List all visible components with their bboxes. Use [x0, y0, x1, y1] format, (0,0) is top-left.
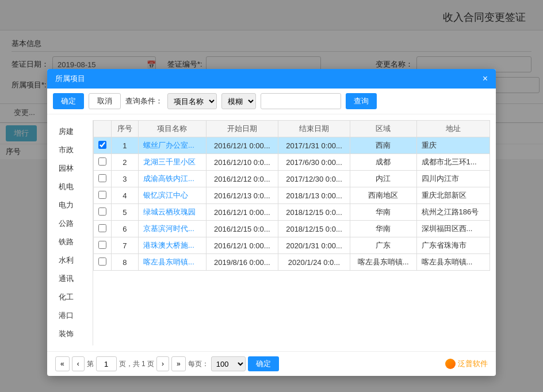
watermark-icon — [445, 359, 456, 369]
query-button[interactable]: 查询 — [346, 93, 377, 109]
row-name[interactable]: 港珠澳大桥施... — [138, 237, 206, 254]
modal-title: 所属项目 — [55, 74, 85, 84]
row-region: 内江 — [350, 171, 417, 187]
row-name[interactable]: 成渝高铁内江... — [138, 171, 206, 187]
toolbar-confirm-button[interactable]: 确定 — [53, 93, 84, 109]
category-item-zs[interactable]: 装饰 — [53, 325, 93, 343]
row-seq: 2 — [112, 154, 139, 171]
row-address: 喀左县东哨镇... — [416, 254, 490, 271]
th-start: 开始日期 — [206, 121, 278, 137]
modal-footer: « ‹ 第 页，共 1 页 › » 每页： 100 50 200 确定 — [47, 351, 496, 376]
category-item-sz[interactable]: 市政 — [53, 141, 93, 159]
category-item-gk[interactable]: 港口 — [53, 306, 93, 325]
category-item-gl[interactable]: 公路 — [53, 214, 93, 233]
row-checkbox-cell[interactable] — [94, 237, 112, 254]
category-item-tl[interactable]: 铁路 — [53, 233, 93, 251]
category-item-dl[interactable]: 电力 — [53, 196, 93, 214]
row-name[interactable]: 绿城云栖玫瑰园 — [138, 204, 206, 221]
row-address: 成都市北三环1... — [416, 154, 490, 171]
row-region: 喀左县东哨镇... — [350, 254, 417, 271]
category-sidebar: 房建 市政 园林 机电 电力 公路 铁路 水利 通讯 化工 港口 装饰 — [53, 120, 93, 345]
row-checkbox-cell[interactable] — [94, 221, 112, 237]
modal-overlay: 所属项目 × 确定 取消 查询条件： 项目名称 项目编号 区域 模糊 精确 查询 — [0, 0, 543, 392]
row-start: 2016/12/10 0:0... — [206, 154, 278, 171]
page-last-button[interactable]: » — [171, 356, 186, 371]
row-name[interactable]: 喀左县东哨镇... — [138, 254, 206, 271]
row-checkbox-cell[interactable] — [94, 204, 112, 221]
modal-toolbar: 确定 取消 查询条件： 项目名称 项目编号 区域 模糊 精确 查询 — [47, 89, 496, 114]
table-row[interactable]: 3 成渝高铁内江... 2016/12/12 0:0... 2017/12/30… — [94, 171, 490, 187]
row-region: 西南 — [350, 137, 417, 154]
row-seq: 4 — [112, 187, 139, 204]
row-checkbox[interactable] — [98, 207, 106, 216]
category-item-fj[interactable]: 房建 — [53, 122, 93, 141]
modal-close-button[interactable]: × — [483, 74, 488, 84]
table-row[interactable]: 1 螺丝厂办公室... 2016/12/1 0:00... 2017/1/31 … — [94, 137, 490, 154]
category-item-sl[interactable]: 水利 — [53, 251, 93, 270]
page-number-input[interactable] — [96, 356, 117, 371]
row-seq: 3 — [112, 171, 139, 187]
row-start: 2016/12/1 0:00... — [206, 204, 278, 221]
row-checkbox[interactable] — [98, 224, 106, 232]
row-name[interactable]: 龙湖三千里小区 — [138, 154, 206, 171]
row-region: 华南 — [350, 221, 417, 237]
row-address: 重庆 — [416, 137, 490, 154]
table-row[interactable]: 4 银忆滨江中心 2016/12/13 0:0... 2018/1/13 0:0… — [94, 187, 490, 204]
per-page-select[interactable]: 100 50 200 — [211, 356, 246, 371]
row-checkbox[interactable] — [98, 157, 106, 166]
row-checkbox-cell[interactable] — [94, 137, 112, 154]
row-start: 2019/8/16 0:00... — [206, 254, 278, 271]
row-checkbox-cell[interactable] — [94, 254, 112, 271]
query-condition-label: 查询条件： — [125, 96, 163, 106]
page-first-button[interactable]: « — [55, 356, 70, 371]
table-row[interactable]: 6 京基滨河时代... 2016/12/15 0:0... 2018/12/15… — [94, 221, 490, 237]
table-row[interactable]: 8 喀左县东哨镇... 2019/8/16 0:00... 2020/1/24 … — [94, 254, 490, 271]
row-seq: 5 — [112, 204, 139, 221]
query-input[interactable] — [261, 93, 341, 109]
page-prev-button[interactable]: ‹ — [72, 356, 85, 371]
row-checkbox[interactable] — [98, 174, 106, 182]
category-item-jd[interactable]: 机电 — [53, 178, 93, 196]
category-item-yl[interactable]: 园林 — [53, 159, 93, 178]
row-region: 西南地区 — [350, 187, 417, 204]
pagination-confirm-button[interactable]: 确定 — [248, 356, 279, 371]
row-address: 广东省珠海市 — [416, 237, 490, 254]
table-row[interactable]: 5 绿城云栖玫瑰园 2016/12/1 0:00... 2018/12/15 0… — [94, 204, 490, 221]
category-item-tx[interactable]: 通讯 — [53, 270, 93, 288]
page-suffix-label: 页，共 1 页 — [119, 359, 154, 369]
row-checkbox[interactable] — [98, 241, 106, 249]
row-end: 2017/12/30 0:0... — [278, 171, 350, 187]
category-item-hg[interactable]: 化工 — [53, 288, 93, 306]
row-region: 成都 — [350, 154, 417, 171]
row-seq: 6 — [112, 221, 139, 237]
row-checkbox-cell[interactable] — [94, 171, 112, 187]
row-name[interactable]: 京基滨河时代... — [138, 221, 206, 237]
table-row[interactable]: 7 港珠澳大桥施... 2016/12/1 0:00... 2020/1/31 … — [94, 237, 490, 254]
query-type-select[interactable]: 模糊 精确 — [221, 93, 256, 109]
row-start: 2016/12/15 0:0... — [206, 221, 278, 237]
row-end: 2017/1/31 0:00... — [278, 137, 350, 154]
data-table-wrap: 序号 项目名称 开始日期 结束日期 区域 地址 1 螺丝厂办公室... 2 — [93, 120, 490, 345]
row-end: 2018/12/15 0:0... — [278, 221, 350, 237]
row-checkbox[interactable] — [98, 191, 106, 199]
watermark-text: 泛普软件 — [458, 359, 488, 369]
row-checkbox-cell[interactable] — [94, 187, 112, 204]
th-checkbox — [94, 121, 112, 137]
row-name[interactable]: 螺丝厂办公室... — [138, 137, 206, 154]
row-end: 2017/6/30 0:00... — [278, 154, 350, 171]
row-checkbox[interactable] — [98, 141, 106, 149]
query-field-select[interactable]: 项目名称 项目编号 区域 — [167, 93, 217, 109]
table-row[interactable]: 2 龙湖三千里小区 2016/12/10 0:0... 2017/6/30 0:… — [94, 154, 490, 171]
page-next-button[interactable]: › — [156, 356, 169, 371]
row-checkbox[interactable] — [98, 258, 106, 266]
row-start: 2016/12/13 0:0... — [206, 187, 278, 204]
th-region: 区域 — [350, 121, 417, 137]
row-address: 四川内江市 — [416, 171, 490, 187]
row-name[interactable]: 银忆滨江中心 — [138, 187, 206, 204]
th-address: 地址 — [416, 121, 490, 137]
row-address: 杭州之江路186号 — [416, 204, 490, 221]
per-page-label: 每页： — [188, 359, 209, 369]
toolbar-cancel-button[interactable]: 取消 — [89, 93, 121, 109]
row-checkbox-cell[interactable] — [94, 154, 112, 171]
row-seq: 1 — [112, 137, 139, 154]
